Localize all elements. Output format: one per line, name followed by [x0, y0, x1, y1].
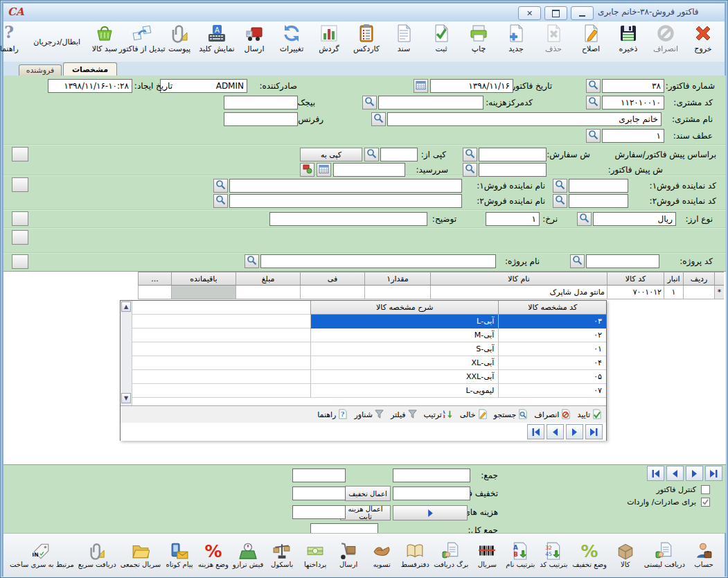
column-header-fee[interactable]: فی — [300, 272, 364, 286]
row-cell-fee[interactable] — [300, 286, 364, 299]
atf-field[interactable]: ۱ — [602, 129, 664, 143]
search-button[interactable]: جستجو — [494, 409, 529, 421]
cancel-button[interactable]: انصراف — [534, 409, 571, 421]
cost-center-field[interactable] — [378, 96, 483, 110]
confirm-button[interactable]: تایید — [577, 409, 602, 421]
rep2-name-lookup-button[interactable] — [213, 194, 228, 208]
help-button[interactable]: ?راهنما — [317, 409, 348, 421]
currency-lookup-button[interactable] — [577, 212, 592, 226]
list-item[interactable]: ۰۵آبی-XXL — [132, 370, 606, 384]
nav-last-button[interactable] — [585, 424, 603, 439]
apply-fixed-cost-button[interactable]: اعمال هزینه ثابت — [340, 505, 391, 520]
column-header-dots[interactable]: ... — [138, 272, 171, 286]
nav-last-button[interactable] — [705, 466, 722, 481]
customer-name-field[interactable]: خانم جابری — [387, 112, 662, 126]
close-icon[interactable]: ✕ — [518, 6, 541, 20]
proforma-no-field[interactable] — [479, 163, 547, 177]
row-cell-name[interactable]: مانتو مدل شاپرک — [430, 286, 607, 299]
new-button[interactable]: جدید — [497, 21, 535, 62]
attr-code-cell[interactable]: ۰۱ — [498, 342, 606, 356]
table-row[interactable]: *۱۷۰۰۱۰۱۲مانتو مدل شاپرک — [138, 286, 724, 299]
list-item[interactable]: ۰۱آبی-S — [132, 342, 606, 356]
maximize-icon[interactable] — [544, 6, 567, 20]
row-cell-code[interactable]: ۷۰۰۱۰۱۲ — [607, 286, 664, 299]
exit-button[interactable]: خروج — [684, 21, 722, 62]
dispatch-button[interactable]: ارسال — [332, 541, 365, 570]
convert-invoice-button[interactable]: تبدیل از فاکتور — [123, 21, 161, 62]
invoice-date-field[interactable]: ۱۳۹۸/۱۱/۱۶ — [430, 79, 513, 93]
list-item[interactable]: ۰۲آبی-M — [132, 329, 606, 342]
column-header-radif[interactable]: ردیف — [683, 272, 714, 286]
bulk-serial-button[interactable]: سریال تجمعی — [118, 541, 163, 570]
account-button[interactable]: حساب — [687, 541, 720, 570]
float-button[interactable]: شناور — [354, 409, 384, 421]
nav-prev-button[interactable] — [666, 466, 684, 481]
pin-section-order-button[interactable] — [12, 147, 28, 161]
payments-button[interactable]: پرداختها — [299, 541, 332, 570]
invoice-no-lookup-button[interactable] — [586, 79, 601, 93]
order-no-lookup-button[interactable] — [463, 148, 477, 161]
nav-first-button[interactable] — [527, 424, 544, 439]
sort-by-name-button[interactable]: ABبترتیب نام — [504, 541, 537, 570]
column-header-amount[interactable]: مبلغ — [236, 272, 300, 286]
attr-code-cell[interactable]: ۰۳ — [498, 315, 606, 329]
due-date-picker-button[interactable] — [317, 163, 331, 177]
column-header-qty[interactable]: مقدار۱ — [364, 272, 430, 286]
pin-section-extra-button[interactable] — [12, 230, 28, 245]
attr-desc-cell[interactable]: آبی-S — [310, 342, 498, 356]
due-date-field[interactable] — [333, 163, 405, 177]
project-name-lookup-button[interactable] — [245, 254, 259, 268]
serial-button[interactable]: سریال — [470, 541, 504, 570]
void-inprogress-label[interactable]: ابطال/درجریان — [28, 37, 86, 46]
order-button[interactable]: ABترتیب — [424, 409, 454, 421]
goods-button[interactable]: کالا — [609, 541, 642, 570]
row-cell-radif[interactable] — [683, 286, 714, 299]
attr-desc-cell[interactable]: آبی-XXL — [310, 370, 498, 384]
copy-from-lookup-button[interactable] — [364, 148, 379, 161]
nav-next-button[interactable] — [686, 466, 703, 481]
list-item[interactable]: ۰۳آبی-L — [132, 315, 606, 329]
weighbridge-button[interactable]: باسکول — [265, 541, 299, 570]
voucher-button[interactable]: سند — [385, 21, 423, 62]
copy-from-field[interactable] — [380, 148, 418, 161]
pin-section-reps-button[interactable] — [12, 177, 28, 192]
rep2-code-lookup-button[interactable] — [553, 194, 567, 208]
register-button[interactable]: ثبت — [423, 21, 460, 62]
basket-button[interactable]: سبد کالا — [86, 21, 123, 62]
turnover-button[interactable]: گردش — [310, 21, 348, 62]
currency-field[interactable]: ریال — [593, 212, 676, 226]
rep2-code-field[interactable] — [569, 194, 628, 208]
attr-code-cell[interactable]: ۰۲ — [498, 329, 606, 342]
apply-discount-button[interactable]: اعمال تخفیف — [345, 486, 391, 501]
settlement-button[interactable]: تسویه — [365, 541, 398, 570]
send-button[interactable]: ارسال — [236, 21, 273, 62]
scroll-down-icon[interactable]: ▼ — [121, 393, 131, 403]
pin-section-currency-button[interactable] — [12, 211, 28, 226]
row-cell-marker[interactable]: * — [714, 286, 724, 299]
nav-next-button[interactable] — [566, 424, 583, 439]
customer-name-lookup-button[interactable] — [371, 112, 386, 126]
pin-section-project-button[interactable] — [12, 254, 28, 269]
attr-code-cell[interactable]: ۰۷ — [498, 384, 606, 398]
popup-scrollbar[interactable]: ▲ ▼ — [121, 301, 132, 405]
quick-receive-button[interactable]: دریافت سریع — [76, 541, 118, 570]
attr-desc-cell[interactable]: آبی-L — [310, 315, 498, 329]
atf-lookup-button[interactable] — [586, 129, 601, 143]
save-button[interactable]: ذخیره — [610, 21, 647, 62]
project-code-lookup-button[interactable] — [570, 254, 585, 268]
cost-status-button[interactable]: %وضع هزینه — [196, 541, 231, 570]
filter-red-icon[interactable] — [714, 272, 724, 286]
row-cell-dots[interactable] — [138, 286, 171, 299]
project-name-field[interactable] — [260, 254, 496, 268]
due-schedule-button[interactable] — [300, 163, 314, 177]
bijak-field[interactable] — [224, 96, 298, 110]
issuer-field[interactable]: ADMIN — [160, 79, 247, 93]
invoice-date-picker-button[interactable] — [414, 79, 428, 93]
scroll-up-icon[interactable]: ▲ — [121, 301, 131, 312]
row-cell-anbar[interactable]: ۱ — [664, 286, 683, 299]
control-invoice-checkbox[interactable] — [701, 485, 710, 494]
attr-code-cell[interactable]: ۰۵ — [498, 370, 606, 384]
filter-button[interactable]: فیلتر — [391, 409, 418, 421]
tab-specifications[interactable]: مشخصات — [63, 62, 117, 76]
batch-link-button[interactable]: BNمرتبط به سری ساخت — [8, 541, 76, 570]
